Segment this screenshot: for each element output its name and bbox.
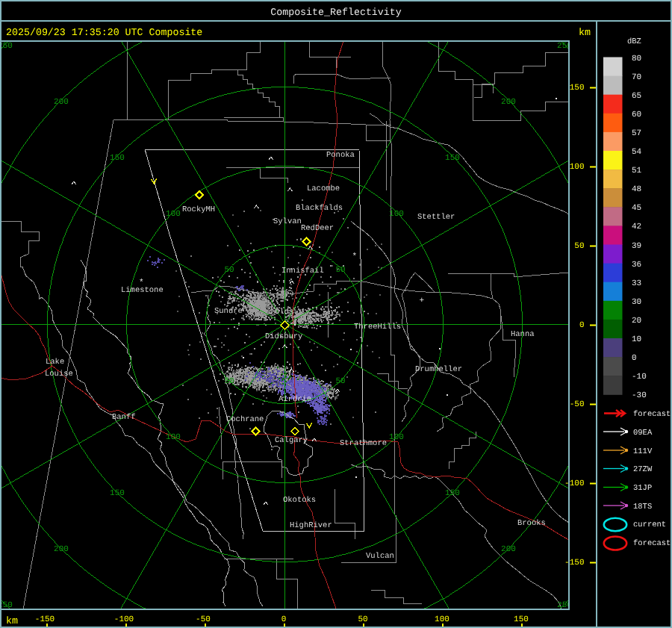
svg-text:51: 51 [632, 167, 642, 175]
svg-text:20: 20 [632, 317, 641, 326]
svg-text:31JP: 31JP [633, 484, 652, 493]
svg-text:Innisfail: Innisfail [281, 267, 324, 276]
svg-text:*: * [139, 279, 144, 287]
svg-text:150: 150 [445, 489, 460, 498]
svg-text:Calgary: Calgary [275, 436, 308, 445]
svg-text:50: 50 [574, 242, 584, 251]
svg-text:27ZW: 27ZW [633, 465, 653, 474]
svg-text:Vulcan: Vulcan [366, 552, 394, 561]
svg-text:HighRiver: HighRiver [290, 521, 332, 530]
svg-text:50: 50 [224, 377, 234, 386]
svg-text:-50: -50 [196, 615, 211, 624]
svg-text:ThreeHills: ThreeHills [354, 323, 401, 332]
svg-text:54: 54 [632, 148, 642, 157]
svg-text:09EA: 09EA [633, 429, 653, 438]
svg-text:48: 48 [632, 185, 641, 194]
svg-text:30: 30 [632, 298, 641, 307]
svg-text:100: 100 [435, 615, 449, 624]
svg-text:-150: -150 [564, 559, 584, 568]
svg-text:57: 57 [632, 129, 641, 138]
svg-text:Ponoka: Ponoka [326, 151, 355, 160]
svg-text:forecast: forecast [633, 539, 671, 548]
svg-text:39: 39 [632, 242, 641, 251]
svg-text:100: 100 [389, 433, 404, 442]
svg-text:Lake: Lake [46, 358, 64, 367]
svg-text:km: km [579, 27, 591, 38]
svg-text:33: 33 [632, 279, 641, 288]
svg-text:18TS: 18TS [633, 503, 652, 512]
svg-text:-30: -30 [632, 391, 647, 400]
svg-text:dBZ: dBZ [627, 37, 641, 46]
svg-text:RockyMH: RockyMH [182, 205, 215, 214]
svg-text:45: 45 [632, 204, 641, 213]
svg-text:-100: -100 [564, 479, 584, 488]
svg-text:100: 100 [570, 163, 585, 172]
svg-text:200: 200 [501, 98, 516, 107]
svg-text:36: 36 [632, 261, 641, 270]
svg-text:-150: -150 [35, 615, 55, 624]
svg-text:km: km [6, 615, 18, 627]
svg-text:150: 150 [514, 615, 529, 624]
svg-text:150: 150 [110, 154, 125, 163]
svg-text:Strathmore: Strathmore [340, 439, 387, 448]
svg-text:200: 200 [501, 545, 516, 554]
svg-text:0: 0 [579, 321, 585, 330]
svg-text:Stettler: Stettler [417, 213, 455, 222]
svg-text:200: 200 [54, 545, 69, 554]
svg-text:*: * [352, 252, 358, 261]
svg-text:42: 42 [632, 223, 641, 231]
svg-text:0: 0 [632, 354, 637, 363]
svg-text:Louise: Louise [45, 370, 73, 379]
svg-text:Olds: Olds [275, 308, 293, 317]
svg-text:100: 100 [389, 210, 404, 219]
svg-text:Blackfalds: Blackfalds [296, 204, 343, 213]
svg-text:150: 150 [445, 154, 460, 163]
svg-text:250: 250 [0, 601, 13, 610]
svg-text:-10: -10 [632, 373, 647, 382]
svg-text:60: 60 [632, 111, 641, 119]
svg-text:forecast: forecast [633, 410, 671, 419]
svg-text:200: 200 [54, 98, 69, 107]
svg-text:80: 80 [632, 55, 641, 63]
svg-text:Brooks: Brooks [517, 519, 546, 528]
svg-text:Sundre: Sundre [214, 307, 243, 316]
svg-text:Sylvan: Sylvan [273, 217, 302, 226]
svg-text:Okotoks: Okotoks [283, 496, 316, 505]
svg-text:50: 50 [224, 266, 234, 275]
svg-text:50: 50 [335, 266, 345, 275]
svg-text:65: 65 [632, 92, 641, 101]
svg-text:Drumheller: Drumheller [415, 365, 462, 374]
svg-text:Banff: Banff [112, 413, 136, 422]
svg-text:111V: 111V [633, 447, 653, 456]
svg-text:100: 100 [166, 210, 181, 219]
svg-text:RedDeer: RedDeer [301, 224, 334, 233]
svg-text:10: 10 [632, 335, 641, 344]
svg-text:-50: -50 [570, 400, 585, 409]
svg-text:250: 250 [557, 601, 572, 610]
svg-text:+: + [420, 296, 425, 305]
svg-text:Composite_Reflectivity: Composite_Reflectivity [270, 7, 402, 18]
svg-text:0: 0 [281, 615, 287, 624]
svg-text:50: 50 [358, 615, 367, 624]
svg-text:150: 150 [570, 84, 585, 93]
svg-text:50: 50 [335, 377, 345, 386]
svg-text:-100: -100 [114, 615, 134, 624]
svg-text:Cochrane: Cochrane [226, 415, 264, 424]
svg-text:250: 250 [0, 42, 13, 51]
svg-text:current: current [633, 520, 666, 529]
svg-text:Lacombe: Lacombe [307, 184, 340, 193]
svg-text:250: 250 [557, 42, 572, 51]
svg-text:150: 150 [110, 489, 125, 498]
svg-text:Hanna: Hanna [511, 330, 535, 339]
svg-text:70: 70 [632, 73, 641, 82]
svg-text:100: 100 [166, 433, 181, 442]
svg-text:Didsbury: Didsbury [265, 332, 302, 341]
svg-text:Airdrie: Airdrie [279, 395, 311, 404]
svg-text:2025/09/23 17:35:20 UTC Compos: 2025/09/23 17:35:20 UTC Composite [6, 27, 202, 38]
